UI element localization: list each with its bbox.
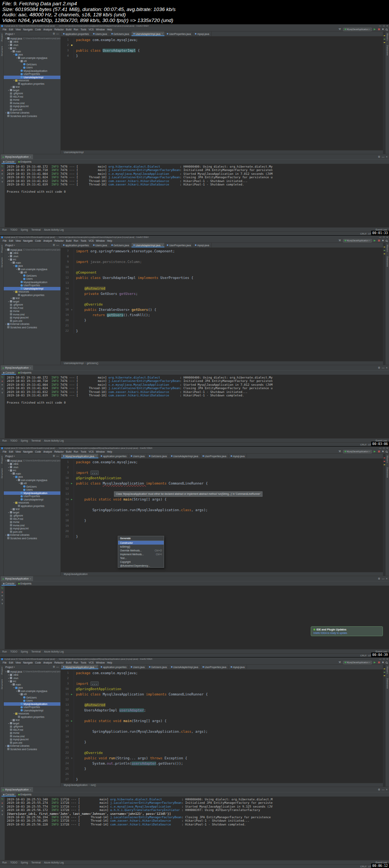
menu-help[interactable]: Help <box>106 239 113 242</box>
rerun-icon[interactable]: ↻ <box>1 376 3 379</box>
tool-tab-run[interactable]: Run <box>2 650 7 653</box>
scroll-down-icon[interactable]: ∨ <box>2 813 3 816</box>
code-line[interactable]: 20 } <box>61 740 383 745</box>
settings-icon[interactable]: ⚙ <box>378 366 380 369</box>
tree-item[interactable]: ▾util <box>4 271 60 274</box>
settings-icon[interactable]: ⚙ <box>378 577 380 580</box>
build-hammer-icon[interactable]: ⚒ <box>338 239 341 242</box>
menu-vcs[interactable]: VCS <box>87 28 95 31</box>
intention-bulb-icon[interactable] <box>70 43 74 48</box>
menu-window[interactable]: Window <box>95 28 106 31</box>
tree-item[interactable]: .gitignore <box>4 514 60 518</box>
hide-icon[interactable]: — <box>382 155 384 158</box>
tree-item[interactable]: Scratches and Consoles <box>4 748 60 751</box>
menu-run[interactable]: Run <box>73 28 79 31</box>
hide-panel-icon[interactable]: — <box>56 244 59 247</box>
minimize-button[interactable]: — <box>379 447 381 450</box>
console-tab-endpoints[interactable]: Endpoints <box>17 792 33 797</box>
code-line[interactable]: 3import ... <box>61 681 383 686</box>
menu-navigate[interactable]: Navigate <box>22 661 34 664</box>
tree-item[interactable]: ▸target <box>4 89 60 92</box>
code-line[interactable]: 10@SpringBootApplication <box>61 475 383 481</box>
tree-item[interactable]: ▾resources <box>4 712 60 716</box>
scroll-down-icon[interactable]: ∨ <box>2 391 3 394</box>
menu-file[interactable]: File <box>2 28 8 31</box>
minimize-button[interactable]: — <box>379 236 381 239</box>
stop-icon[interactable]: ■ <box>382 661 384 664</box>
tab-usersadapterimpl-java[interactable]: UsersAdapterImpl.java <box>169 665 201 669</box>
menu-window[interactable]: Window <box>95 239 106 242</box>
run-gutter-icon[interactable]: ▶ <box>70 718 74 724</box>
scroll-down-icon[interactable]: ∨ <box>2 602 3 605</box>
settings-icon[interactable]: ⚙ <box>53 244 55 247</box>
code-line[interactable]: 23↑ public void run(String... args) thro… <box>61 756 383 761</box>
menu-vcs[interactable]: VCS <box>87 239 95 242</box>
close-icon[interactable]: × <box>386 155 387 158</box>
tab-usersadapterimpl-java[interactable]: UsersAdapterImpl.java <box>169 454 201 458</box>
tree-item[interactable]: ▾java <box>4 53 60 57</box>
tree-item[interactable]: MysqlJavaApplication <box>4 702 60 706</box>
menu-edit[interactable]: Edit <box>8 239 14 242</box>
maximize-button[interactable]: □ <box>383 657 385 661</box>
settings-icon[interactable]: ⚙ <box>53 665 55 668</box>
code-line[interactable]: 14▶ public static void main(String[] arg… <box>61 497 383 502</box>
tree-item[interactable]: ▾util <box>4 60 60 63</box>
tree-item[interactable]: mvnw <box>4 98 60 102</box>
tree-item[interactable]: ▾com.example.mysqljava <box>4 268 60 271</box>
stop-icon[interactable]: ■ <box>382 239 384 242</box>
menu-tools[interactable]: Tools <box>79 239 87 242</box>
code-line[interactable]: 1package com.example.mysqljava; <box>61 670 383 676</box>
tree-item[interactable]: UserProperties <box>4 73 60 76</box>
code-line[interactable]: 14 @Autowired <box>61 286 383 291</box>
code-line[interactable]: 2 <box>61 676 383 681</box>
close-tab-icon[interactable]: × <box>95 455 96 457</box>
tool-tab-azure-activity-log[interactable]: Azure Activity Log <box>44 439 64 442</box>
tool-tab-project[interactable]: Project <box>1 33 3 41</box>
list-icon[interactable]: ≡ <box>2 805 3 808</box>
tool-tab-maven[interactable]: Maven <box>386 33 389 41</box>
tree-item[interactable]: UsersAdapterImpl <box>4 498 60 501</box>
tree-item[interactable]: ▾main <box>4 50 60 53</box>
tree-item[interactable]: mvnw <box>4 310 60 313</box>
stop-icon[interactable]: ■ <box>382 450 384 453</box>
code-line[interactable]: 1package com.example.mysqljava; <box>61 459 383 465</box>
console-tab-endpoints[interactable]: Endpoints <box>17 371 33 375</box>
tab-mysql-java[interactable]: mysql-java <box>229 665 247 669</box>
tree-item[interactable]: ▾util <box>4 693 60 696</box>
code-line[interactable]: 3public class UsersAdapterImpl { <box>61 48 383 53</box>
menu-run[interactable]: Run <box>73 239 79 242</box>
menu-vcs[interactable]: VCS <box>87 450 95 453</box>
tab-getusers-java[interactable]: GetUsers.java <box>147 665 169 669</box>
tab-getusers-java[interactable]: GetUsers.java <box>109 32 131 36</box>
menu-view[interactable]: View <box>14 661 22 664</box>
code-line[interactable]: 15 private GetUsers getUsers; <box>61 291 383 296</box>
code-line[interactable]: 19 <box>61 523 383 529</box>
menu-window[interactable]: Window <box>95 661 106 664</box>
tree-item[interactable]: ▸target <box>4 511 60 514</box>
tree-item[interactable]: Users <box>4 277 60 281</box>
stop-icon[interactable]: ■ <box>2 591 3 593</box>
tab-usersadapterimpl-java[interactable]: UsersAdapterImpl.java× <box>131 243 165 247</box>
tree-item[interactable]: ▾resources <box>4 501 60 505</box>
code-line[interactable]: 15 <box>61 713 383 718</box>
close-icon[interactable]: × <box>386 577 387 580</box>
tree-item[interactable]: ▸test <box>4 86 60 89</box>
tree-item[interactable]: ▸target <box>4 300 60 303</box>
code-line[interactable]: 17 @Override <box>61 302 383 307</box>
code-line[interactable]: 17 <box>61 724 383 729</box>
scroll-up-icon[interactable]: ∧ <box>2 176 3 179</box>
tree-item[interactable]: mvnw <box>4 521 60 524</box>
tool-tab-azure-activity-log[interactable]: Azure Activity Log <box>44 650 64 653</box>
tree-item[interactable]: Scratches and Consoles <box>4 537 60 540</box>
code-line[interactable]: 12 <box>61 697 383 702</box>
tab-application-properties[interactable]: application.properties <box>99 665 129 669</box>
tree-item[interactable]: ▾mysql-javaC:\Users\John\Downloads\mysql… <box>4 459 60 463</box>
hide-icon[interactable]: — <box>382 366 384 369</box>
tree-item[interactable]: .gitignore <box>4 725 60 729</box>
run-icon[interactable]: ▶ <box>374 450 376 453</box>
tree-item[interactable]: ▸test <box>4 297 60 300</box>
menu-code[interactable]: Code <box>34 28 42 31</box>
console-tab-endpoints[interactable]: Endpoints <box>17 160 33 164</box>
tree-item[interactable]: ▸.idea <box>4 40 60 44</box>
tree-item[interactable]: ▾resources <box>4 290 60 294</box>
